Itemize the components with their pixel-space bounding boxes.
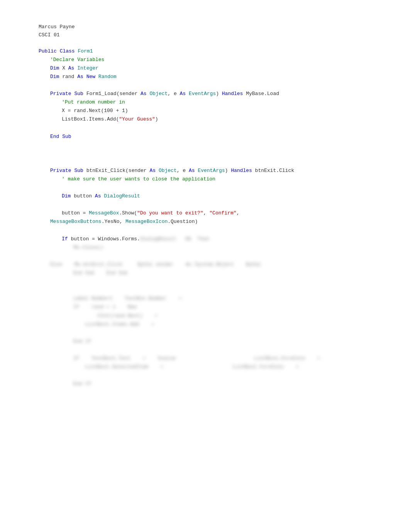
line-x-rand: X = rand.Next(100 + 1): [39, 107, 387, 115]
line-blurred-3: End Sub End Sub: [39, 269, 387, 277]
line-comment-declare: 'Declare Variables: [39, 56, 387, 64]
line-blurred-8: If TextBox1.Text = Xvalue ListBox1.ForeC…: [39, 354, 387, 363]
line-listbox-add: ListBox1.Items.Add("Your Guess"): [39, 115, 387, 124]
line-dim-x: Dim X As Integer: [39, 64, 387, 73]
line-blurred-2: Else Me.btnExit_Click ByVal sender As Sy…: [39, 260, 387, 269]
line-messagebox-buttons: MessageBoxButtons.YesNo, MessageBoxIcon.…: [39, 218, 387, 226]
line-comment-put: 'Put random number in: [39, 98, 387, 107]
author-info: Marcus Payne CSCI 01: [39, 23, 387, 39]
line-comment-make-sure: ' make sure the user wants to close the …: [39, 175, 387, 184]
line-end-sub-1: End Sub: [39, 133, 387, 141]
line-blurred-5: If rand = 1 New CInt(rand.Next) =: [39, 303, 387, 320]
line-blurred-6: ListBox1.Items.Add =: [39, 320, 387, 329]
author-course: CSCI 01: [39, 31, 387, 39]
line-form1-load: Private Sub Form1_Load(sender As Object,…: [39, 90, 387, 98]
author-name: Marcus Payne: [39, 23, 387, 31]
line-blurred-7: End If: [39, 337, 387, 346]
line-blurred-10: End If: [39, 380, 387, 388]
line-blurred-1: Me.Close(): [39, 243, 387, 252]
line-public-class: Public Class Form1: [39, 47, 387, 56]
line-messagebox-show: button = MessageBox.Show("Do you want to…: [39, 209, 387, 218]
line-if-button: If button = Windows.Forms.DialogResult O…: [39, 235, 387, 243]
line-blurred-4: Label Number1 TextBox.Number =: [39, 294, 387, 303]
line-dim-button: Dim button As DialogResult: [39, 192, 387, 201]
line-btnexit-click: Private Sub btnExit_Click(sender As Obje…: [39, 167, 387, 175]
line-dim-rand: Dim rand As New Random: [39, 73, 387, 81]
code-block: Public Class Form1 'Declare Variables Di…: [39, 47, 387, 389]
line-blurred-9: ListBox1.SelectedItem = ListBox1.ForeCol…: [39, 363, 387, 371]
